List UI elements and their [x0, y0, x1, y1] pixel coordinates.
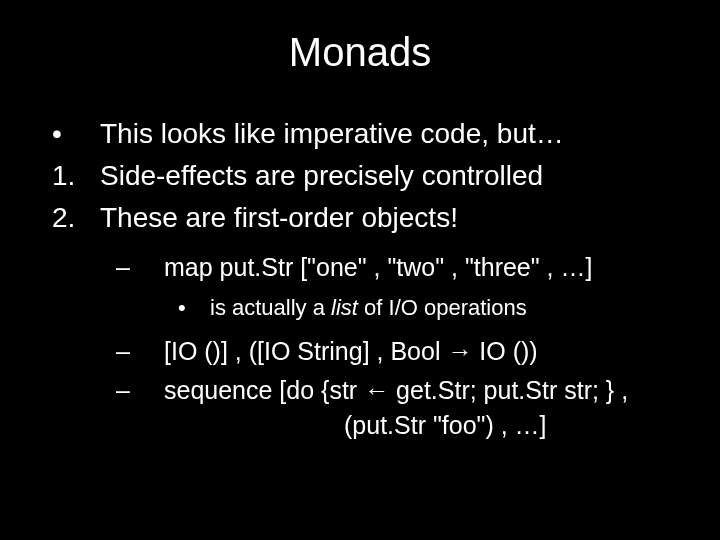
bullet-list-level3: • is actually a list of I/O operations — [164, 293, 680, 324]
bullet-marker: 2. — [40, 199, 100, 237]
bullet-text: map put.Str ["one" , "two" , "three" , …… — [164, 250, 680, 285]
italic-text: list — [331, 295, 358, 320]
text-run: of I/O operations — [358, 295, 527, 320]
bullet-list-level2: – map put.Str ["one" , "two" , "three" ,… — [112, 250, 680, 443]
bullet-marker: 1. — [40, 157, 100, 195]
text-run: is actually a — [210, 295, 331, 320]
slide-title: Monads — [40, 30, 680, 75]
bullet-text: This looks like imperative code, but… — [100, 115, 680, 153]
bullet-marker: • — [164, 293, 210, 324]
dash-marker: – — [112, 334, 164, 369]
list-item: • is actually a list of I/O operations — [164, 293, 680, 324]
bullet-text: [IO ()] , ([IO String] , Bool → IO ()) — [164, 334, 680, 369]
bullet-text: These are first-order objects! — [100, 199, 680, 237]
dash-marker: – — [112, 373, 164, 443]
list-item: 2. These are first-order objects! — [40, 199, 680, 237]
slide: Monads • This looks like imperative code… — [0, 0, 720, 540]
bullet-text: is actually a list of I/O operations — [210, 293, 680, 324]
bullet-marker: • — [40, 115, 100, 153]
bullet-text: sequence [do {str ← get.Str; put.Str str… — [164, 373, 680, 443]
list-item: • This looks like imperative code, but… — [40, 115, 680, 153]
list-item: 1. Side-effects are precisely controlled — [40, 157, 680, 195]
list-item: – sequence [do {str ← get.Str; put.Str s… — [112, 373, 680, 443]
list-item: – [IO ()] , ([IO String] , Bool → IO ()) — [112, 334, 680, 369]
bullet-list-level1: • This looks like imperative code, but… … — [40, 115, 680, 236]
dash-marker: – — [112, 250, 164, 285]
bullet-text: Side-effects are precisely controlled — [100, 157, 680, 195]
text-line-continuation: (put.Str "foo") , …] — [164, 408, 680, 443]
text-line: sequence [do {str ← get.Str; put.Str str… — [164, 373, 680, 408]
list-item: – map put.Str ["one" , "two" , "three" ,… — [112, 250, 680, 285]
